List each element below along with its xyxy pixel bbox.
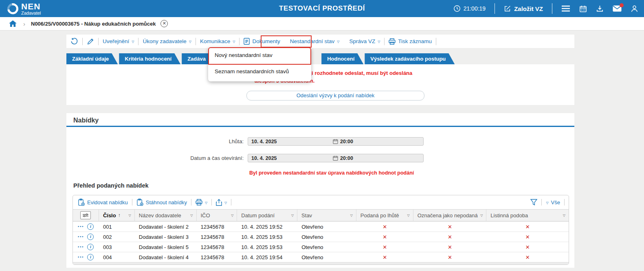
chevron-down-icon[interactable]: ▽ [190,214,193,217]
record-toolbar: Uveřejnění ▽ Úkony zadavatele ▽ Komunika… [66,35,574,48]
cross-icon: ✕ [356,254,413,260]
row-actions-icon[interactable]: ••• [78,225,84,229]
create-vz-button[interactable]: Založit VZ [504,5,543,12]
cross-icon: ✕ [486,224,569,230]
cell-ico: 12345678 [197,244,237,250]
calendar-icon[interactable] [579,5,587,13]
header-cislo[interactable]: Číslo ↑ ▽ [99,210,135,221]
info-icon[interactable]: i [87,223,94,230]
notification-badge [620,3,624,7]
otevirani-field[interactable]: 10. 4. 2025 20:00 [248,154,424,162]
chevron-down-icon[interactable]: ▽ [291,214,294,217]
cell-stav: Otevřeno [297,244,356,250]
header-ico[interactable]: IČO ▽ [197,210,237,221]
info-icon[interactable]: i [87,244,94,250]
cell-nazev: Dodavatel - školení 3 [135,234,197,240]
tab-hodnoceni[interactable]: Hodnocení [321,53,363,64]
table-row[interactable]: ••• i 004 Dodavatel - školení 4 12345678… [73,252,569,262]
grid-footer-strip [73,262,569,264]
menu-icon[interactable] [561,5,570,12]
cell-cislo: 001 [99,224,135,230]
chevron-down-icon[interactable]: ▽ [350,214,353,217]
stahnout-nabidky-button[interactable]: Stáhnout nabídky [136,199,187,206]
lhuta-field[interactable]: 10. 4. 2025 20:00 [248,137,424,146]
toolbar-divider [231,199,231,205]
calendar-icon[interactable] [333,139,338,144]
grid-print-button[interactable]: ▽ [196,199,207,205]
cell-ico: 12345678 [197,254,237,260]
column-settings-icon[interactable] [80,211,91,219]
cross-icon: ✕ [413,224,487,230]
home-icon[interactable] [9,20,17,27]
header-datum[interactable]: Datum podání ▽ [237,210,297,221]
header-nazev[interactable]: Název dodavatele ▽ [135,210,197,221]
chevron-down-icon[interactable]: ▽ [407,214,409,217]
lhuta-date-value[interactable]: 10. 4. 2025 [251,139,333,144]
mail-icon[interactable] [613,5,622,12]
nen-logo[interactable]: NEN Zadavatel [7,2,41,15]
info-icon[interactable]: i [87,254,94,260]
row-actions-icon[interactable]: ••• [78,245,84,249]
grid-export-button[interactable]: ▽ [216,199,227,206]
menu-ukony-zadavatele[interactable]: Úkony zadavatele ▽ [143,38,191,44]
header-label: Podaná po lhůtě [360,212,399,219]
toolbar-divider [82,38,83,45]
user-icon[interactable] [631,5,638,13]
history-icon[interactable] [70,37,78,45]
chevron-down-icon[interactable]: ▽ [480,214,483,217]
view-filter-vse[interactable]: ▽ Vše [546,199,560,205]
close-record-icon[interactable]: ✕ [160,20,168,27]
cell-nazev: Dodavatel - školení 2 [135,224,197,230]
lhuta-time-value[interactable]: 20:00 [340,139,353,144]
breadcrumb-separator: › [23,20,25,27]
evidovat-nabidku-button[interactable]: Evidovat nabídku [78,199,128,206]
menu-dokumenty[interactable]: Dokumenty [244,38,280,45]
chevron-down-icon[interactable]: ▽ [231,214,233,217]
row-actions-icon[interactable]: ••• [78,255,84,259]
breadcrumb-record[interactable]: N006/25/V00003675 - Nákup edukačních pom… [31,21,156,27]
download-icon[interactable] [596,5,604,13]
brand-name: NEN [21,2,41,11]
tab-kriteria-hodnoceni[interactable]: Kritéria hodnocení [119,53,180,64]
table-row[interactable]: ••• i 003 Dodavatel - školení 5 12345678… [73,242,569,252]
vse-label: Vše [551,199,560,205]
cross-icon: ✕ [486,244,569,250]
grid-header-row: Číslo ↑ ▽ Název dodavatele ▽ IČO ▽ Datum… [73,209,569,221]
edit-pencil-icon[interactable] [87,38,94,45]
table-row[interactable]: ••• i 001 Dodavatel - školení 2 12345678… [73,221,569,232]
cell-ico: 12345678 [197,224,237,230]
otevirani-time-value[interactable]: 20:00 [340,155,353,161]
send-vyzva-button[interactable]: Odeslání výzvy k podání nabídek [246,91,424,101]
filter-icon[interactable] [530,199,537,205]
tab-vysledek-postupu[interactable]: Výsledek zadávacího postupu [365,53,455,64]
header-nepodana[interactable]: Označena jako nepodaná ▽ [413,210,487,221]
menu-item-seznam-nestandardnich-stavu[interactable]: Seznam nestandardních stavů [208,63,311,80]
row-actions-icon[interactable]: ••• [78,235,84,239]
chevron-down-icon[interactable]: ▽ [563,214,565,217]
menu-item-novy-nestandardni-stav[interactable]: Nový nestandardní stav [208,47,311,63]
header-listinna[interactable]: Listinná podoba ▽ [486,210,569,221]
menu-nestandardni-stav[interactable]: Nestandardní stav ▽ [290,38,340,44]
menu-sprava-label: Správa VZ [349,38,375,44]
menu-sprava-vz[interactable]: Správa VZ ▽ [349,38,380,44]
clock-icon [453,5,461,12]
header-po-lhute[interactable]: Podaná po lhůtě ▽ [356,210,413,221]
cell-datum: 10. 4. 2025 19:53 [237,234,297,240]
header-divider [495,3,495,14]
menu-uverejneni[interactable]: Uveřejnění ▽ [103,38,134,44]
menu-tisk-zaznamu[interactable]: Tisk záznamu [389,38,432,45]
vyzva-panel: liže se ji rozhodnete odeslat, musí být … [66,64,574,105]
header-stav[interactable]: Stav ▽ [297,210,356,221]
menu-komunikace[interactable]: Komunikace ▽ [200,38,235,44]
info-icon[interactable]: i [87,234,94,240]
calendar-icon[interactable] [333,155,338,161]
header-divider [552,3,552,14]
evidovat-label: Evidovat nabídku [87,199,128,205]
sort-asc-icon: ↑ [118,212,121,218]
tab-zakladni-udaje[interactable]: Základní údaje [66,53,118,64]
toolbar-divider [239,38,240,45]
table-row[interactable]: ••• i 002 Dodavatel - školení 3 12345678… [73,232,569,242]
menu-komunikace-label: Komunikace [200,38,230,44]
chevron-down-icon[interactable]: ▽ [129,214,131,217]
otevirani-date-value[interactable]: 10. 4. 2025 [251,155,333,161]
